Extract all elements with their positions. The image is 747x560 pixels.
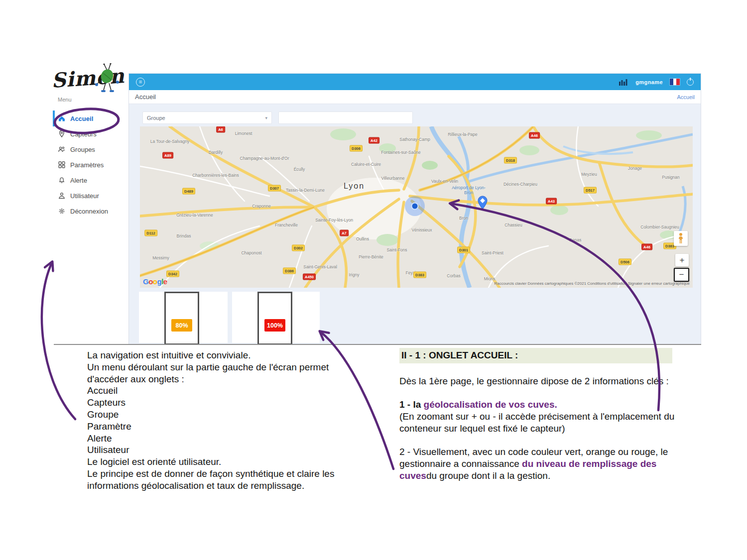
sidebar-item-label: Utilisateur [70, 192, 99, 200]
section-divider [54, 344, 701, 345]
sidebar-item-label: Alerte [70, 177, 87, 184]
page: Simon Menu Accueil [0, 0, 747, 560]
tank-outline: 80% [164, 292, 199, 345]
organization-icon [619, 79, 628, 86]
google-logo-letter: e [163, 277, 167, 286]
doc-paragraph-3: (En zoomant sur + ou - il accède précise… [399, 411, 679, 435]
gear-icon [58, 207, 66, 215]
doc-line: d'accéder aux onglets : [87, 373, 376, 385]
topbar: ≡ gmgname [129, 74, 701, 90]
tank-outline: 100% [257, 292, 292, 345]
group-select[interactable]: Groupe ▾ [142, 112, 272, 124]
doc-line: Le principe est de donner de façon synth… [87, 468, 376, 480]
fill-level-badge: 80% [171, 319, 192, 332]
tank-card-orange[interactable]: 80% [139, 292, 228, 343]
sidebar-item-label: Paramètres [70, 161, 104, 169]
google-logo: Google [143, 277, 167, 286]
doc-paragraph-2: 1 - la géolocalisation de vos cuves. [399, 399, 679, 411]
doc-line: Le logiciel est orienté utilisateur. [87, 456, 376, 468]
map-pin-marker[interactable] [478, 196, 488, 210]
doc-line: La navigation est intuitive et convivial… [87, 349, 376, 361]
breadcrumb-bar: Accueil Accueil [129, 90, 701, 104]
road-shield: D386 [283, 268, 296, 274]
doc-line: Un menu déroulant sur la partie gauche d… [87, 361, 376, 373]
sidebar-item-groupes[interactable]: Groupes [54, 144, 128, 154]
french-flag-icon[interactable] [670, 79, 680, 85]
search-input[interactable] [278, 112, 413, 124]
google-logo-letter: o [153, 277, 157, 286]
road-shield: D489 [182, 188, 195, 195]
people-icon [58, 145, 66, 153]
zoom-out-button[interactable]: − [674, 268, 689, 282]
street-view-pegman[interactable] [674, 231, 688, 246]
google-logo-letter: o [148, 277, 153, 286]
map-pin-icon [58, 130, 66, 138]
group-select-value: Groupe [147, 115, 165, 121]
org-name: gmgname [635, 79, 663, 85]
map[interactable]: La Tour-de-SalvagnyDardillyLimonestChamp… [140, 126, 693, 288]
road-shield: D301 [457, 247, 470, 253]
doc-line: Alerte [87, 433, 376, 445]
road-shield: D318 [504, 157, 517, 164]
sidebar-item-alerte[interactable]: Alerte [54, 175, 128, 185]
map-attribution: Raccourcis clavier Données cartographiqu… [494, 281, 690, 286]
sidebar-item-parametres[interactable]: Paramètres [54, 160, 128, 170]
sidebar-menu-label: Menu [58, 97, 128, 103]
map-label-airport: Aéroport de Lyon-Bron [451, 185, 486, 195]
sidebar-item-label: Capteurs [70, 130, 97, 138]
doc-right-text: II - 1 : ONGLET ACCUEIL : Dès la 1ère pa… [399, 348, 679, 493]
doc-heading: II - 1 : ONGLET ACCUEIL : [399, 348, 672, 363]
doc-line: Accueil [87, 385, 376, 397]
mascot-icon [95, 63, 119, 94]
doc-line: Paramètre [87, 421, 376, 433]
road-shield: D506 [619, 259, 631, 265]
sidebar: Menu Accueil Capteurs Groupes [54, 97, 128, 222]
tank-card-red[interactable]: 100% [232, 292, 320, 343]
fill-level-badge: 100% [264, 319, 285, 332]
doc-line: Utilisateur [87, 444, 376, 456]
road-shield: D307 [268, 185, 281, 192]
arrow-to-sidebar [42, 263, 75, 419]
bell-icon [58, 176, 66, 184]
doc-paragraph-4: 2 - Visuellement, avec un code couleur v… [399, 446, 679, 482]
road-shield: D517 [584, 187, 597, 194]
settings-grid-icon [58, 161, 66, 169]
menu-icon[interactable]: ≡ [136, 78, 145, 87]
app-logo: Simon [51, 66, 126, 96]
doc-line: Groupe [87, 409, 376, 421]
road-shield: D112 [144, 230, 157, 236]
app-panel: ≡ gmgname Accueil Accueil Groupe ▾ [128, 73, 701, 344]
sidebar-item-accueil[interactable]: Accueil [54, 113, 128, 123]
road-shield: D342 [166, 271, 179, 277]
doc-paragraph-1: Dès la 1ère page, le gestionnaire dipose… [399, 375, 679, 387]
home-icon [58, 114, 66, 122]
sidebar-item-label: Groupes [70, 146, 95, 153]
road-shield: D302 [292, 245, 305, 251]
google-logo-letter: g [157, 277, 162, 286]
sidebar-item-label: Accueil [70, 115, 93, 122]
sidebar-item-utilisateur[interactable]: Utilisateur [54, 191, 128, 201]
page-title: Accueil [135, 93, 156, 101]
doc-line: informations géolocalisation et taux de … [87, 480, 376, 492]
geolocation-marker[interactable] [405, 196, 425, 216]
road-shield: D383 [413, 272, 426, 278]
zoom-in-button[interactable]: + [675, 254, 689, 266]
sidebar-item-deconnexion[interactable]: Déconnexion [54, 206, 128, 216]
road-shield: D306 [350, 145, 363, 152]
doc-left-text: La navigation est intuitive et convivial… [87, 349, 376, 492]
chevron-down-icon: ▾ [265, 115, 267, 120]
doc-line: Capteurs [87, 397, 376, 409]
google-logo-letter: G [143, 277, 148, 286]
sidebar-item-label: Déconnexion [70, 208, 108, 215]
breadcrumb-link[interactable]: Accueil [677, 94, 695, 100]
power-icon[interactable] [687, 79, 694, 86]
sidebar-item-capteurs[interactable]: Capteurs [54, 129, 128, 139]
map-label-lyon: Lyon [344, 182, 365, 191]
pegman-icon [677, 232, 684, 244]
user-icon [58, 192, 66, 200]
